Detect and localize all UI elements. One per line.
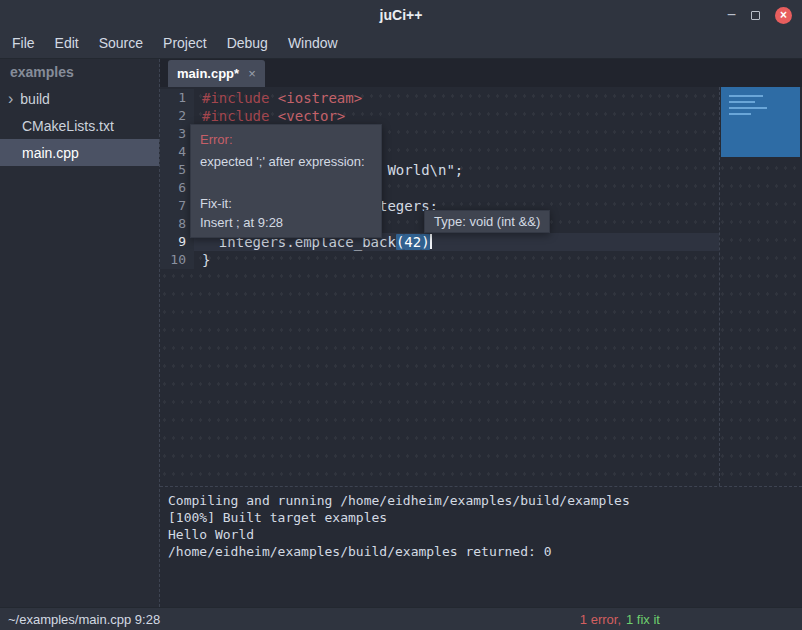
terminal-line: [100%] Built target examples (168, 509, 802, 526)
tab-label: main.cpp* (177, 66, 239, 81)
menu-item-project[interactable]: Project (153, 30, 217, 58)
tree-item-main-cpp[interactable]: main.cpp (0, 139, 159, 166)
code-area[interactable]: 1 #include <iostream> 2 #include <vector… (160, 87, 720, 486)
status-file-position: ~/examples/main.cpp 9:28 (0, 612, 160, 627)
code-line[interactable]: 1 #include <iostream> (160, 89, 719, 107)
close-button[interactable]: × (775, 7, 792, 24)
tree-item-label: build (20, 91, 50, 107)
maximize-button[interactable] (751, 6, 760, 24)
diagnostic-tooltip: Error: expected ';' after expression: Fi… (190, 124, 382, 238)
menu-item-file[interactable]: File (2, 30, 45, 58)
code-line-text: #include <vector> (194, 107, 719, 125)
line-number: 3 (160, 125, 194, 143)
tree-item-label: CMakeLists.txt (22, 118, 114, 134)
main-area: examples › build CMakeLists.txt main.cpp… (0, 59, 802, 607)
line-number: 6 (160, 179, 194, 197)
minimap[interactable] (721, 87, 800, 157)
minimize-button[interactable]: − (727, 7, 736, 23)
editor-pane: main.cpp* × 1 #include <iostream> 2 #inc… (160, 59, 802, 607)
terminal-output[interactable]: Compiling and running /home/eidheim/exam… (160, 486, 802, 607)
terminal-line: /home/eidheim/examples/build/examples re… (168, 543, 802, 560)
text-cursor (430, 234, 432, 249)
code-token-argument: 42 (404, 234, 421, 250)
menu-item-window[interactable]: Window (278, 30, 348, 58)
code-token-close-paren: ) (421, 234, 429, 250)
menu-item-debug[interactable]: Debug (217, 30, 278, 58)
line-number: 2 (160, 107, 194, 125)
tree-item-cmakelists[interactable]: CMakeLists.txt (0, 112, 159, 139)
line-number: 8 (160, 215, 194, 233)
error-label: Error: (200, 132, 372, 147)
titlebar[interactable]: juCi++ − × (0, 0, 802, 30)
code-line[interactable]: 10 } (160, 251, 719, 269)
line-number: 9 (160, 233, 194, 251)
window-title: juCi++ (380, 7, 423, 23)
fixit-count: 1 fix it (626, 612, 660, 627)
line-number: 1 (160, 89, 194, 107)
terminal-line: Compiling and running /home/eidheim/exam… (168, 492, 802, 509)
code-line-text: } (194, 251, 719, 269)
code-token-header: <vector> (278, 108, 345, 124)
menu-item-edit[interactable]: Edit (45, 30, 89, 58)
tab-bar: main.cpp* × (160, 59, 802, 87)
editor: 1 #include <iostream> 2 #include <vector… (160, 87, 802, 486)
line-number: 10 (160, 251, 194, 269)
menubar: File Edit Source Project Debug Window (0, 30, 802, 59)
minimap-line (729, 101, 755, 103)
tree-item-build[interactable]: › build (0, 85, 159, 112)
menu-item-source[interactable]: Source (89, 30, 153, 58)
tab-close-icon[interactable]: × (248, 66, 256, 81)
fixit-message: Insert ; at 9:28 (200, 215, 372, 230)
code-line[interactable]: 2 #include <vector> (160, 107, 719, 125)
window-controls: − × (727, 0, 792, 30)
code-line-text: #include <iostream> (194, 89, 719, 107)
minimap-column (720, 87, 802, 486)
app-window: juCi++ − × File Edit Source Project Debu… (0, 0, 802, 630)
code-token-header: <iostream> (278, 90, 362, 106)
error-message: expected ';' after expression: (200, 154, 372, 169)
file-tree-sidebar: examples › build CMakeLists.txt main.cpp (0, 59, 160, 607)
line-number: 5 (160, 161, 194, 179)
fixit-label: Fix-it: (200, 196, 372, 211)
line-number: 7 (160, 197, 194, 215)
minimap-line (729, 113, 751, 115)
terminal-line: Hello World (168, 526, 802, 543)
error-count: 1 error, (580, 612, 621, 627)
chevron-right-icon: › (8, 91, 13, 107)
code-token: } (202, 252, 210, 268)
code-token-directive: #include (202, 90, 278, 106)
status-bar: ~/examples/main.cpp 9:28 1 error,1 fix i… (0, 607, 802, 630)
line-number: 4 (160, 143, 194, 161)
type-tooltip: Type: void (int &&) (424, 210, 550, 233)
tree-item-label: main.cpp (22, 145, 79, 161)
project-name: examples (0, 59, 159, 85)
maximize-icon (751, 11, 760, 20)
close-icon: × (780, 9, 787, 21)
status-diagnostics: 1 error,1 fix it (580, 612, 660, 627)
code-token-directive: #include (202, 108, 278, 124)
tab-main-cpp[interactable]: main.cpp* × (168, 60, 265, 87)
minimap-line (729, 95, 763, 97)
minimap-line (729, 107, 767, 109)
